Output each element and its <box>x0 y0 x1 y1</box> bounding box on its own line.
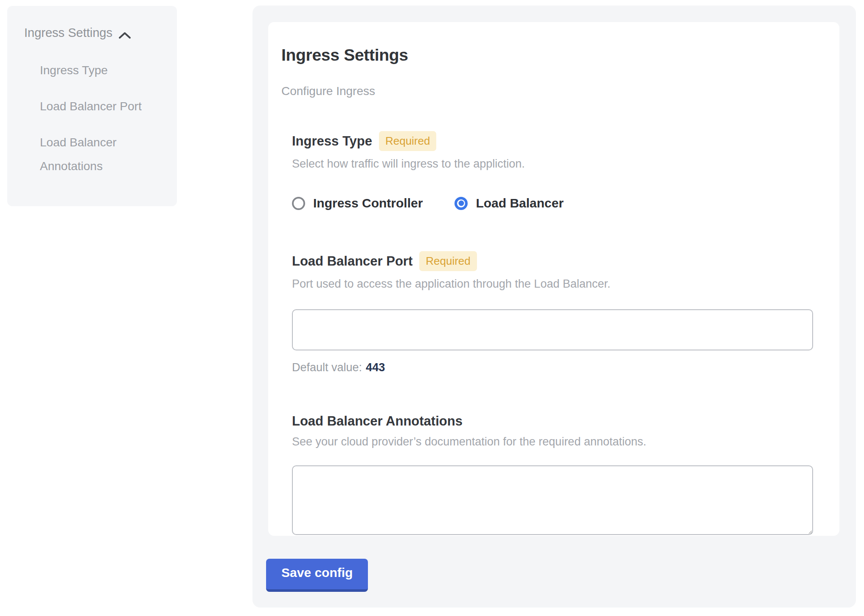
load-balancer-port-label: Load Balancer Port <box>292 254 412 269</box>
load-balancer-port-input[interactable] <box>292 309 813 350</box>
field-load-balancer-port: Load Balancer Port Required Port used to… <box>292 251 826 374</box>
field-ingress-type: Ingress Type Required Select how traffic… <box>292 131 826 210</box>
radio-label-load-balancer: Load Balancer <box>476 196 564 210</box>
chevron-up-icon <box>118 29 131 37</box>
ingress-type-label: Ingress Type <box>292 134 372 149</box>
page-subtitle: Configure Ingress <box>281 84 826 98</box>
radio-option-ingress-controller[interactable]: Ingress Controller <box>292 196 423 210</box>
sidebar-item-load-balancer-port[interactable]: Load Balancer Port <box>40 95 161 118</box>
config-panel: Ingress Settings Configure Ingress Ingre… <box>252 6 856 608</box>
default-value-number: 443 <box>366 361 385 374</box>
page-title: Ingress Settings <box>281 46 826 64</box>
sidebar-group-ingress-settings[interactable]: Ingress Settings <box>24 26 162 40</box>
config-card: Ingress Settings Configure Ingress Ingre… <box>268 22 839 536</box>
radio-option-load-balancer[interactable]: Load Balancer <box>454 196 564 210</box>
load-balancer-annotations-textarea[interactable] <box>292 465 813 535</box>
ingress-type-radio-group: Ingress Controller Load Balancer <box>292 196 826 210</box>
config-form: Ingress Type Required Select how traffic… <box>292 131 826 535</box>
default-value-label: Default value: <box>292 361 362 374</box>
load-balancer-annotations-description: See your cloud provider’s documentation … <box>292 435 826 448</box>
settings-sidebar: Ingress Settings Ingress Type Load Balan… <box>7 6 177 206</box>
field-load-balancer-annotations: Load Balancer Annotations See your cloud… <box>292 414 826 535</box>
sidebar-sublist: Ingress Type Load Balancer Port Load Bal… <box>24 59 162 178</box>
required-badge: Required <box>379 131 437 151</box>
radio-selected-icon[interactable] <box>454 197 468 210</box>
sidebar-group-label: Ingress Settings <box>24 26 112 40</box>
required-badge: Required <box>419 251 477 271</box>
load-balancer-annotations-label: Load Balancer Annotations <box>292 414 463 429</box>
save-config-button[interactable]: Save config <box>266 559 368 592</box>
default-value-note: Default value:443 <box>292 361 826 374</box>
sidebar-item-load-balancer-annotations[interactable]: Load Balancer Annotations <box>40 131 161 178</box>
radio-unselected-icon[interactable] <box>292 197 305 210</box>
radio-label-ingress-controller: Ingress Controller <box>313 196 423 210</box>
ingress-type-description: Select how traffic will ingress to the a… <box>292 157 826 171</box>
load-balancer-port-description: Port used to access the application thro… <box>292 277 826 291</box>
sidebar-item-ingress-type[interactable]: Ingress Type <box>40 59 161 82</box>
